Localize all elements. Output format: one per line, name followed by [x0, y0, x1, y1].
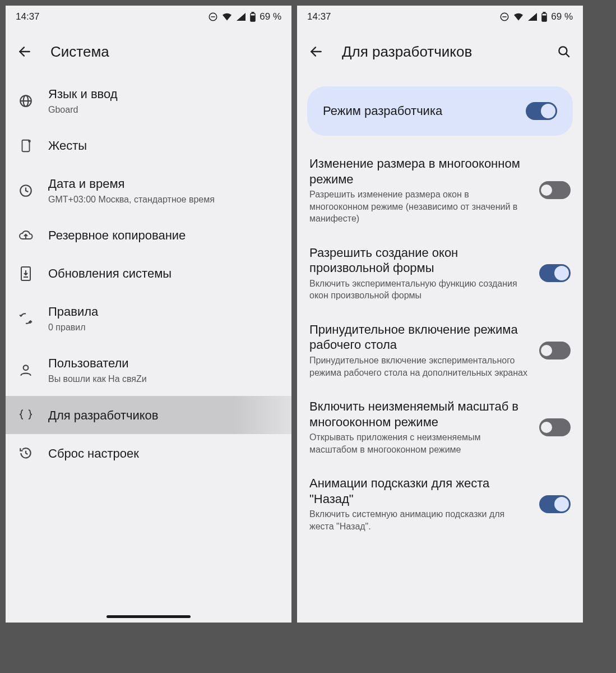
dnd-icon: [499, 12, 510, 22]
battery-percent: 69 %: [551, 11, 573, 22]
phone-developer-options: 14:37 69 % Для разработчиков: [297, 6, 583, 623]
page-title: Система: [50, 43, 284, 61]
dev-item-back-animation[interactable]: Анимации подсказки для жеста "Назад" Вкл…: [297, 465, 583, 542]
item-reset[interactable]: Сброс настроек: [6, 434, 291, 472]
item-title: Обновления системы: [48, 266, 279, 282]
dev-mode-card[interactable]: Режим разработчика: [307, 86, 573, 136]
dev-mode-label: Режим разработчика: [323, 104, 442, 118]
item-title: Дата и время: [48, 176, 279, 192]
toggle[interactable]: [539, 495, 571, 513]
dev-item-non-resizable[interactable]: Включить неизменяемый масштаб в многооко…: [297, 389, 583, 465]
item-sub: Включить системную анимацию подсказки дл…: [309, 508, 528, 532]
svg-rect-3: [252, 12, 254, 13]
item-title: Разрешить создание окон произвольной фор…: [309, 245, 528, 276]
rules-icon: [18, 311, 34, 326]
item-title: Изменение размера в многооконном режиме: [309, 156, 528, 187]
item-title: Жесты: [48, 138, 279, 154]
dev-item-desktop-mode[interactable]: Принудительное включение режима рабочего…: [297, 312, 583, 389]
item-title: Анимации подсказки для жеста "Назад": [309, 476, 528, 506]
item-sub: Gboard: [48, 104, 279, 116]
phone-gesture-icon: [18, 138, 34, 154]
toggle[interactable]: [539, 342, 571, 359]
status-bar: 14:37 69 %: [297, 6, 583, 28]
battery-icon: [249, 12, 256, 22]
user-icon: [18, 362, 34, 378]
svg-point-17: [24, 366, 29, 371]
status-time: 14:37: [16, 11, 40, 22]
dev-mode-toggle[interactable]: [526, 102, 557, 120]
item-gestures[interactable]: Жесты: [6, 127, 291, 165]
settings-list: Язык и ввод Gboard Жесты Дата и время GM…: [6, 75, 291, 623]
toggle[interactable]: [539, 418, 571, 436]
cloud-backup-icon: [18, 228, 34, 243]
back-button[interactable]: [13, 40, 36, 63]
item-sub: Принудительное включение экспериментальн…: [309, 354, 528, 379]
item-title: Для разработчиков: [48, 408, 279, 423]
reset-icon: [18, 445, 34, 461]
app-bar: Для разработчиков: [297, 28, 583, 75]
signal-icon: [236, 12, 246, 21]
svg-point-16: [29, 321, 31, 323]
svg-rect-4: [251, 16, 255, 21]
svg-point-24: [559, 47, 567, 54]
signal-icon: [527, 12, 538, 21]
item-system-update[interactable]: Обновления системы: [6, 255, 291, 293]
phone-system-settings: 14:37 69 % Система: [6, 6, 291, 623]
svg-rect-22: [543, 16, 546, 21]
item-title: Язык и ввод: [48, 86, 279, 102]
item-sub: GMT+03:00 Москва, стандартное время: [48, 193, 279, 206]
item-title: Сброс настроек: [48, 446, 279, 462]
item-sub: Открывать приложения с неизменяемым масш…: [309, 431, 528, 455]
dnd-icon: [208, 12, 218, 22]
battery-percent: 69 %: [260, 11, 281, 22]
wifi-icon: [513, 12, 524, 21]
item-developer-options[interactable]: Для разработчиков: [6, 396, 291, 434]
back-button[interactable]: [305, 40, 327, 63]
item-rules[interactable]: Правила 0 правил: [6, 293, 291, 344]
svg-rect-21: [543, 12, 545, 13]
dev-options-list: Режим разработчика Изменение размера в м…: [297, 75, 583, 623]
status-time: 14:37: [307, 11, 331, 22]
globe-icon: [18, 93, 34, 109]
svg-line-25: [566, 53, 569, 57]
item-title: Резервное копирование: [48, 228, 279, 243]
item-sub: Включить экспериментальную функцию созда…: [309, 278, 528, 302]
item-language[interactable]: Язык и ввод Gboard: [6, 75, 291, 127]
clock-icon: [18, 183, 34, 199]
item-title: Правила: [48, 304, 279, 320]
toggle[interactable]: [539, 181, 571, 199]
status-bar: 14:37 69 %: [6, 6, 291, 28]
toggle[interactable]: [539, 264, 571, 282]
item-backup[interactable]: Резервное копирование: [6, 216, 291, 255]
braces-icon: [18, 407, 34, 423]
page-title: Для разработчиков: [342, 43, 538, 61]
item-sub: Разрешить изменение размера окон в много…: [309, 188, 528, 225]
svg-point-10: [29, 140, 30, 142]
dev-item-multiwindow-resize[interactable]: Изменение размера в многооконном режиме …: [297, 146, 583, 235]
item-title: Включить неизменяемый масштаб в многооко…: [309, 399, 528, 430]
item-sub: Вы вошли как На свяZи: [48, 373, 279, 385]
item-title: Принудительное включение режима рабочего…: [309, 322, 528, 353]
wifi-icon: [221, 12, 233, 21]
item-users[interactable]: Пользователи Вы вошли как На свяZи: [6, 344, 291, 396]
item-datetime[interactable]: Дата и время GMT+03:00 Москва, стандартн…: [6, 165, 291, 216]
dev-item-freeform-windows[interactable]: Разрешить создание окон произвольной фор…: [297, 235, 583, 312]
item-title: Пользователи: [48, 356, 279, 371]
system-update-icon: [18, 266, 34, 282]
item-sub: 0 правил: [48, 321, 279, 334]
battery-icon: [541, 12, 548, 22]
search-button[interactable]: [553, 40, 575, 63]
nav-handle[interactable]: [106, 615, 191, 618]
app-bar: Система: [6, 28, 291, 75]
